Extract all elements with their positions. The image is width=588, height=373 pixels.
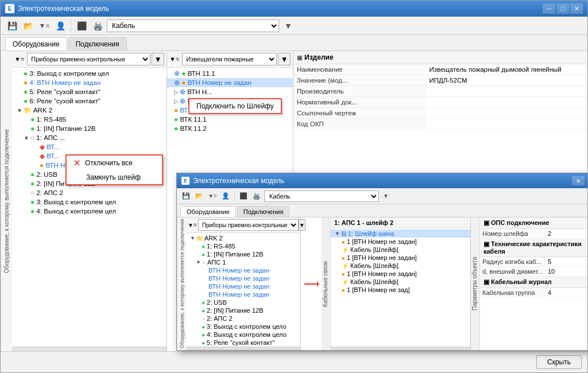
toolbar-btn-5[interactable]: 🖨️ (91, 19, 105, 33)
tab-equipment[interactable]: Оборудование (5, 37, 67, 50)
toolbar-dropdown-btn[interactable]: ▼ (281, 19, 295, 33)
sub-mid-item-selected[interactable]: ▼ ⛓ 1: Шлейф шина (331, 230, 470, 238)
props-row: Нормативный док... (293, 97, 587, 108)
tree-item[interactable]: ● 4: Выход с контролем цел (12, 207, 167, 216)
maximize-button[interactable]: □ (556, 3, 569, 14)
sub-mid-item[interactable]: ● 1 [ВТН Номер не зад] (331, 286, 470, 294)
sub-tree-item[interactable]: ● 2: [IN] Питание 12В (186, 306, 300, 314)
close-icon: ✕ (74, 158, 80, 168)
status-dot: ● (30, 180, 34, 188)
sub-toolbar-btn-2[interactable]: 📂 (194, 191, 205, 202)
left-panel-dropdown-btn[interactable]: ▼ (152, 53, 164, 65)
status-dot: ○ (30, 134, 34, 142)
expand-icon: ▼ (17, 107, 22, 114)
mid-panel-dropdown-btn[interactable]: ▼ (278, 53, 291, 65)
sub-tree-item[interactable]: ● 5: Реле "сухой контакт" (186, 339, 300, 347)
sub-tree-item[interactable]: ВТН Номер не задан (186, 274, 300, 282)
connector-icon: ⊕ (180, 97, 185, 105)
minimize-button[interactable]: ─ (543, 3, 555, 14)
tree-item[interactable]: ● 1: RS-485 (12, 115, 167, 124)
sub-mid-item[interactable]: ● 1 [ВТН Номер не задан] (331, 254, 470, 262)
tree-item[interactable]: ◆ ВТ... (12, 142, 167, 151)
tree-item-aps1[interactable]: ▼ ○ 1: АПС ... (12, 133, 167, 142)
sub-tree-item-aps1[interactable]: ▼ ○ АПС 1 (186, 258, 300, 266)
sub-toolbar-btn-5[interactable]: 🖨️ (251, 191, 262, 202)
sub-journal-table: Кабельная группа 4 (480, 288, 588, 298)
sub-tree-item[interactable]: ● 1: RS-485 (186, 242, 300, 250)
sub-prop-label: Кабельная группа (480, 288, 546, 298)
hide-button[interactable]: Скрыть (536, 355, 582, 369)
sub-props-row: Номер шлейфа 2 (480, 229, 588, 239)
props-row: Производитель (293, 86, 587, 97)
cable-select[interactable]: Кабель (107, 20, 279, 32)
sub-ops-table: Номер шлейфа 2 (480, 229, 588, 239)
tree-item-vtn11-1[interactable]: ⊕ ● ВТН 11.1 (167, 69, 293, 78)
tree-item[interactable]: ○ 2: АПС 2 (12, 188, 167, 197)
sub-left-panel-select[interactable]: Приборы приемно-контрольные (198, 219, 299, 231)
sub-prop-value: 5 (546, 257, 588, 267)
sub-toolbar-btn-3[interactable]: 👤 (220, 191, 231, 202)
toolbar-btn-3[interactable]: 👤 (53, 19, 67, 33)
sub-tree-item[interactable]: ВТН Номер не задан (186, 266, 300, 274)
mid-panel-select[interactable]: Извещатели пожарные (182, 53, 277, 65)
sub-tree-item[interactable]: ВТН Номер не задан (186, 282, 300, 290)
expand-icon: ▣ (483, 278, 491, 285)
sub-tree-item[interactable]: ● 2: USB (186, 298, 300, 306)
sub-prop-label: d, внешний диамет... (480, 267, 546, 277)
left-panel-scrollbar[interactable] (12, 347, 167, 351)
tab-connections[interactable]: Подключения (68, 37, 127, 50)
tree-item[interactable]: ● 3: Выход с контролем цел (12, 197, 167, 207)
status-dot: ● (174, 125, 178, 133)
toolbar-btn-filter[interactable]: ▼= (37, 19, 51, 33)
tree-item[interactable]: ● 5: Реле "сухой контакт" (12, 87, 167, 96)
sub-mid-item[interactable]: ● 1 [ВТН Номер не задан] (331, 270, 470, 278)
sub-tree-item[interactable]: ○ 2: АПС 2 (186, 314, 300, 323)
sub-toolbar-btn-4[interactable]: ⬛ (238, 191, 249, 202)
sub-tree-item[interactable]: ВТН Номер не задан (186, 290, 300, 298)
sub-mid-item-cable[interactable]: ⚡ Кабель [Шлейф] (331, 262, 470, 270)
sub-toolbar-dropdown-btn[interactable]: ▼ (381, 191, 391, 202)
sub-tab-connections[interactable]: Подключения (237, 206, 290, 217)
tree-item-vthn2[interactable]: ▷ ⊕ ВТН Н... (167, 87, 293, 96)
sub-tree-item-ark2[interactable]: ▼ 📁 ARK 2 (186, 234, 300, 242)
sub-toolbar-btn-1[interactable]: 💾 (180, 191, 192, 202)
expand-icon: ▷ (174, 98, 179, 104)
status-dot: ● (202, 251, 205, 258)
toolbar-btn-2[interactable]: 📂 (21, 19, 35, 33)
sub-left-scrollbar[interactable] (186, 347, 300, 350)
sub-tab-equipment[interactable]: Оборудование (180, 206, 236, 217)
sub-mid-item[interactable]: ● 1 [ВТН Номер не задан] (331, 238, 470, 246)
sub-tree-item[interactable]: ● 1: [IN] Питание 12В (186, 250, 300, 258)
context-menu-item-connect[interactable]: Замкнуть шлейф (67, 170, 162, 184)
close-button[interactable]: ✕ (570, 3, 583, 14)
prop-value (425, 86, 587, 97)
left-panel-select[interactable]: Приборы приемно-контрольные (27, 53, 150, 65)
cable-icon: ⚡ (342, 279, 349, 285)
sub-mid-item-cable[interactable]: ⚡ Кабель [Шлейф] (331, 278, 470, 286)
sub-tree-item[interactable]: ● 3: Выход с контролем цело (186, 323, 300, 331)
sub-tree-item[interactable]: ● 4: Выход с контролем цело (186, 331, 300, 339)
sub-mid-item-cable[interactable]: ⚡ Кабель [Шлейф] (331, 246, 470, 254)
tree-item[interactable]: ● 1: [IN] Питание 12В (12, 124, 167, 133)
toolbar-btn-4[interactable]: ⬛ (75, 19, 88, 33)
sub-toolbar-btn-filter[interactable]: ▼= (207, 191, 218, 202)
main-tab-bar: Оборудование Подключения (1, 35, 587, 50)
left-panel-tree: ● 3: Выход с контролем цел ● 4: ВТН Номе… (12, 68, 167, 347)
status-dot: ○ (202, 259, 206, 266)
tooltip-popup: Подключить по Шлейфу (188, 98, 282, 114)
sub-close-button[interactable]: ✕ (572, 176, 585, 185)
tree-item[interactable]: ● 3: Выход с контролем цел (12, 69, 167, 78)
tree-item[interactable]: ● 6: Реле "сухой контакт" (12, 96, 167, 106)
tree-item-vtk11-2[interactable]: ● ВТК 11.2 (167, 124, 293, 133)
sub-prop-value: 10 (546, 267, 588, 277)
sub-mid-scrollbar[interactable] (331, 347, 470, 350)
sub-cable-select[interactable]: Кабель (264, 191, 379, 202)
context-menu-item-disconnect[interactable]: ✕ Отключить все (67, 156, 162, 170)
tree-item-vtk11-1[interactable]: ● ВТК 11.1 (167, 115, 293, 124)
toolbar-btn-1[interactable]: 💾 (5, 19, 19, 33)
tree-item-ark2[interactable]: ▼ 📁 ARK 2 (12, 106, 167, 115)
tree-item-vtn-selected[interactable]: ⊕ ● ВТН Номер не задан (167, 78, 293, 87)
svg-marker-1 (317, 281, 319, 287)
tree-item[interactable]: ● 4: ВТН Номер не задан (12, 78, 167, 87)
sub-content: Оборудование, к которому выполняется под… (177, 217, 588, 350)
